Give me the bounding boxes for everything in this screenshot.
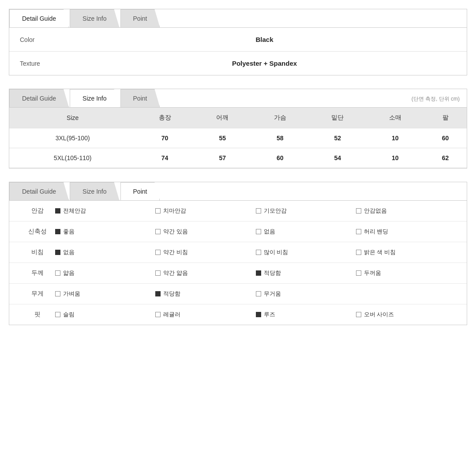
tab-size-info-2[interactable]: Size Info [70, 89, 119, 107]
point-options: 좋음약간 있음없음허리 밴딩 [55, 228, 456, 236]
table-cell: 60 [251, 148, 309, 168]
point-option: 없음 [256, 228, 356, 236]
checkbox-filled-icon [256, 270, 261, 276]
color-value: Black [73, 36, 456, 43]
point-option: 가벼움 [55, 290, 155, 298]
point-row: 무게가벼움적당함무거움 [9, 284, 467, 304]
point-option-text: 적당함 [163, 290, 180, 298]
checkbox-empty-icon [55, 291, 60, 296]
table-row: 5XL(105-110)745760541062 [9, 148, 467, 168]
tab-detail-guide-3[interactable]: Detail Guide [9, 182, 69, 200]
checkbox-empty-icon [256, 291, 261, 296]
size-table-header: Size 총장 어깨 가슴 밑단 소매 팔 [9, 108, 467, 128]
point-option: 적당함 [155, 290, 255, 298]
point-option-text: 약간 있음 [163, 228, 188, 236]
checkbox-empty-icon [55, 270, 60, 276]
point-option-text: 레귤러 [163, 311, 180, 319]
point-option: 약간 있음 [155, 228, 255, 236]
point-options: 얇음약간 얇음적당함두꺼움 [55, 269, 456, 277]
point-option-text: 가벼움 [63, 290, 80, 298]
tab-point-2[interactable]: Point [120, 89, 160, 107]
checkbox-empty-icon [256, 208, 261, 214]
point-option-text: 두꺼움 [364, 269, 381, 277]
point-options: 전체안감치마안감기모안감안감없음 [55, 207, 456, 215]
texture-label: Texture [20, 60, 73, 67]
point-row-label: 안감 [20, 207, 55, 215]
point-option-text: 오버 사이즈 [364, 311, 394, 319]
checkbox-empty-icon [155, 208, 161, 214]
checkbox-filled-icon [55, 229, 60, 234]
point-option: 기모안감 [256, 207, 356, 215]
point-option: 오버 사이즈 [356, 311, 456, 319]
col-shoulder: 어깨 [194, 108, 251, 128]
point-option: 슬림 [55, 311, 155, 319]
checkbox-empty-icon [155, 229, 161, 234]
point-option-text: 얇음 [63, 269, 75, 277]
point-option: 전체안감 [55, 207, 155, 215]
point-option-text: 약간 얇음 [163, 269, 188, 277]
size-table: Size 총장 어깨 가슴 밑단 소매 팔 3XL(95-100)7055585… [9, 108, 467, 168]
tab-detail-guide-2[interactable]: Detail Guide [9, 89, 69, 107]
color-label: Color [20, 36, 73, 43]
point-option-text: 적당함 [264, 269, 281, 277]
point-option: 치마안감 [155, 207, 255, 215]
table-cell: 62 [424, 148, 467, 168]
color-row: Color Black [9, 28, 467, 52]
point-option-text: 치마안감 [163, 207, 186, 215]
point-option: 좋음 [55, 228, 155, 236]
point-option-text: 기모안감 [264, 207, 287, 215]
checkbox-empty-icon [55, 312, 60, 317]
checkbox-empty-icon [256, 250, 261, 255]
tab-point-1[interactable]: Point [120, 9, 160, 27]
checkbox-filled-icon [55, 208, 60, 214]
point-option-text: 허리 밴딩 [364, 228, 389, 236]
col-chest: 가슴 [251, 108, 309, 128]
point-option-text: 없음 [63, 248, 75, 256]
table-cell: 52 [309, 128, 367, 148]
checkbox-empty-icon [256, 229, 261, 234]
point-option: 허리 밴딩 [356, 228, 456, 236]
tab-size-info-3[interactable]: Size Info [70, 182, 119, 200]
section-detail-guide: Detail Guide Size Info Point Color Black… [9, 9, 467, 75]
point-option: 없음 [55, 248, 155, 256]
section-point: Detail Guide Size Info Point 안감전체안감치마안감기… [9, 182, 467, 325]
point-option [356, 290, 456, 298]
point-option-text: 안감없음 [364, 207, 387, 215]
point-row-label: 두께 [20, 269, 55, 277]
point-option-text: 많이 비침 [264, 248, 289, 256]
point-option: 약간 얇음 [155, 269, 255, 277]
table-cell: 3XL(95-100) [9, 128, 136, 148]
checkbox-empty-icon [356, 270, 361, 276]
point-option-text: 좋음 [63, 228, 75, 236]
unit-note: (단면 측정, 단위 cm) [405, 93, 467, 105]
point-row: 핏슬림레귤러루즈오버 사이즈 [9, 304, 467, 325]
point-option: 안감없음 [356, 207, 456, 215]
table-cell: 58 [251, 128, 309, 148]
table-cell: 70 [136, 128, 194, 148]
point-options: 슬림레귤러루즈오버 사이즈 [55, 311, 456, 319]
table-cell: 55 [194, 128, 251, 148]
texture-value: Polyester + Spandex [73, 60, 456, 67]
point-option: 루즈 [256, 311, 356, 319]
col-hem: 밑단 [309, 108, 367, 128]
point-option-text: 전체안감 [63, 207, 86, 215]
point-option-text: 슬림 [63, 311, 75, 319]
point-option-text: 없음 [264, 228, 275, 236]
section-size-info: Detail Guide Size Info Point (단면 측정, 단위 … [9, 89, 467, 169]
col-arm: 팔 [424, 108, 467, 128]
point-row-label: 비침 [20, 248, 55, 256]
col-total: 총장 [136, 108, 194, 128]
texture-row: Texture Polyester + Spandex [9, 52, 467, 75]
tab-row-1: Detail Guide Size Info Point [9, 9, 467, 28]
table-cell: 57 [194, 148, 251, 168]
point-option: 밝은 색 비침 [356, 248, 456, 256]
point-option-text: 무거움 [264, 290, 281, 298]
point-option: 많이 비침 [256, 248, 356, 256]
point-option: 무거움 [256, 290, 356, 298]
tab-point-3[interactable]: Point [120, 182, 160, 200]
table-row: 3XL(95-100)705558521060 [9, 128, 467, 148]
tab-size-info-1[interactable]: Size Info [70, 9, 119, 27]
tab-detail-guide-1[interactable]: Detail Guide [9, 9, 69, 27]
col-size: Size [9, 108, 136, 128]
checkbox-empty-icon [155, 270, 161, 276]
